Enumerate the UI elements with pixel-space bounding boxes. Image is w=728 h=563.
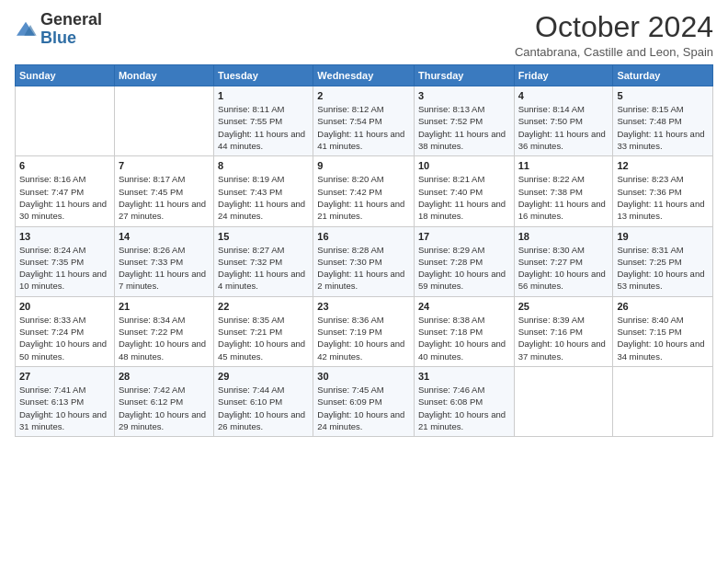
- day-info: Sunrise: 8:14 AMSunset: 7:50 PMDaylight:…: [518, 103, 609, 152]
- location-subtitle: Cantabrana, Castille and Leon, Spain: [515, 45, 713, 59]
- day-number: 17: [418, 231, 510, 242]
- day-info: Sunrise: 8:29 AMSunset: 7:28 PMDaylight:…: [418, 244, 510, 293]
- day-info: Sunrise: 8:40 AMSunset: 7:15 PMDaylight:…: [617, 314, 709, 362]
- day-number: 13: [19, 231, 110, 242]
- logo: General Blue: [15, 11, 102, 48]
- day-info: Sunrise: 8:35 AMSunset: 7:21 PMDaylight:…: [218, 314, 309, 362]
- col-monday: Monday: [114, 65, 213, 86]
- table-row: 31Sunrise: 7:46 AMSunset: 6:08 PMDayligh…: [414, 366, 514, 436]
- table-row: 13Sunrise: 8:24 AMSunset: 7:35 PMDayligh…: [16, 226, 115, 296]
- day-number: 9: [317, 160, 410, 171]
- table-row: 26Sunrise: 8:40 AMSunset: 7:15 PMDayligh…: [613, 296, 713, 366]
- day-info: Sunrise: 8:11 AMSunset: 7:55 PMDaylight:…: [218, 103, 309, 152]
- table-row: [16, 86, 115, 156]
- table-row: 24Sunrise: 8:38 AMSunset: 7:18 PMDayligh…: [414, 296, 514, 366]
- table-row: 25Sunrise: 8:39 AMSunset: 7:16 PMDayligh…: [514, 296, 613, 366]
- table-row: 11Sunrise: 8:22 AMSunset: 7:38 PMDayligh…: [514, 156, 613, 226]
- day-number: 10: [418, 160, 510, 171]
- day-info: Sunrise: 8:13 AMSunset: 7:52 PMDaylight:…: [418, 103, 510, 152]
- day-info: Sunrise: 8:12 AMSunset: 7:54 PMDaylight:…: [317, 103, 410, 152]
- col-wednesday: Wednesday: [313, 65, 415, 86]
- table-row: 21Sunrise: 8:34 AMSunset: 7:22 PMDayligh…: [114, 296, 213, 366]
- day-number: 29: [218, 371, 309, 382]
- day-number: 15: [218, 231, 309, 242]
- table-row: 29Sunrise: 7:44 AMSunset: 6:10 PMDayligh…: [214, 366, 313, 436]
- day-info: Sunrise: 8:26 AMSunset: 7:33 PMDaylight:…: [119, 244, 210, 293]
- logo-general-text: General: [40, 10, 102, 29]
- header: General Blue October 2024 Cantabrana, Ca…: [15, 11, 713, 59]
- day-info: Sunrise: 8:17 AMSunset: 7:45 PMDaylight:…: [119, 173, 210, 222]
- table-row: 16Sunrise: 8:28 AMSunset: 7:30 PMDayligh…: [313, 226, 415, 296]
- day-number: 18: [518, 231, 609, 242]
- day-info: Sunrise: 8:34 AMSunset: 7:22 PMDaylight:…: [119, 314, 210, 362]
- table-row: [114, 86, 213, 156]
- day-number: 31: [418, 371, 510, 382]
- table-row: 5Sunrise: 8:15 AMSunset: 7:48 PMDaylight…: [613, 86, 713, 156]
- day-info: Sunrise: 8:27 AMSunset: 7:32 PMDaylight:…: [218, 244, 309, 293]
- day-number: 14: [119, 231, 210, 242]
- table-row: 20Sunrise: 8:33 AMSunset: 7:24 PMDayligh…: [16, 296, 115, 366]
- table-row: [514, 366, 613, 436]
- table-row: [613, 366, 713, 436]
- day-number: 27: [19, 371, 110, 382]
- table-row: 27Sunrise: 7:41 AMSunset: 6:13 PMDayligh…: [16, 366, 115, 436]
- day-number: 16: [317, 231, 410, 242]
- day-number: 1: [218, 90, 309, 101]
- day-number: 30: [317, 371, 410, 382]
- table-row: 3Sunrise: 8:13 AMSunset: 7:52 PMDaylight…: [414, 86, 514, 156]
- table-row: 18Sunrise: 8:30 AMSunset: 7:27 PMDayligh…: [514, 226, 613, 296]
- col-sunday: Sunday: [16, 65, 115, 86]
- day-info: Sunrise: 8:33 AMSunset: 7:24 PMDaylight:…: [19, 314, 110, 362]
- logo-icon: [15, 20, 37, 39]
- day-info: Sunrise: 8:23 AMSunset: 7:36 PMDaylight:…: [617, 173, 709, 222]
- day-number: 5: [617, 90, 709, 101]
- day-number: 8: [218, 160, 309, 171]
- day-info: Sunrise: 7:42 AMSunset: 6:12 PMDaylight:…: [119, 384, 210, 432]
- day-number: 2: [317, 90, 410, 101]
- day-number: 6: [19, 160, 110, 171]
- day-info: Sunrise: 8:15 AMSunset: 7:48 PMDaylight:…: [617, 103, 709, 152]
- day-number: 24: [418, 301, 510, 312]
- table-row: 4Sunrise: 8:14 AMSunset: 7:50 PMDaylight…: [514, 86, 613, 156]
- table-row: 15Sunrise: 8:27 AMSunset: 7:32 PMDayligh…: [214, 226, 313, 296]
- day-info: Sunrise: 8:16 AMSunset: 7:47 PMDaylight:…: [19, 173, 110, 222]
- table-row: 7Sunrise: 8:17 AMSunset: 7:45 PMDaylight…: [114, 156, 213, 226]
- day-info: Sunrise: 8:31 AMSunset: 7:25 PMDaylight:…: [617, 244, 709, 293]
- table-row: 10Sunrise: 8:21 AMSunset: 7:40 PMDayligh…: [414, 156, 514, 226]
- calendar-table: Sunday Monday Tuesday Wednesday Thursday…: [15, 64, 713, 437]
- day-number: 20: [19, 301, 110, 312]
- table-row: 17Sunrise: 8:29 AMSunset: 7:28 PMDayligh…: [414, 226, 514, 296]
- calendar-header-row: Sunday Monday Tuesday Wednesday Thursday…: [16, 65, 713, 86]
- day-number: 12: [617, 160, 709, 171]
- day-info: Sunrise: 8:28 AMSunset: 7:30 PMDaylight:…: [317, 244, 410, 293]
- day-number: 26: [617, 301, 709, 312]
- table-row: 22Sunrise: 8:35 AMSunset: 7:21 PMDayligh…: [214, 296, 313, 366]
- table-row: 9Sunrise: 8:20 AMSunset: 7:42 PMDaylight…: [313, 156, 415, 226]
- day-number: 25: [518, 301, 609, 312]
- day-info: Sunrise: 8:39 AMSunset: 7:16 PMDaylight:…: [518, 314, 609, 362]
- calendar-page: General Blue October 2024 Cantabrana, Ca…: [0, 0, 728, 563]
- table-row: 12Sunrise: 8:23 AMSunset: 7:36 PMDayligh…: [613, 156, 713, 226]
- col-tuesday: Tuesday: [214, 65, 313, 86]
- day-number: 3: [418, 90, 510, 101]
- day-number: 28: [119, 371, 210, 382]
- day-info: Sunrise: 8:21 AMSunset: 7:40 PMDaylight:…: [418, 173, 510, 222]
- day-info: Sunrise: 8:30 AMSunset: 7:27 PMDaylight:…: [518, 244, 609, 293]
- day-info: Sunrise: 8:36 AMSunset: 7:19 PMDaylight:…: [317, 314, 410, 362]
- logo-blue-text: Blue: [40, 29, 76, 47]
- day-info: Sunrise: 8:19 AMSunset: 7:43 PMDaylight:…: [218, 173, 309, 222]
- title-block: October 2024 Cantabrana, Castille and Le…: [515, 11, 713, 59]
- table-row: 1Sunrise: 8:11 AMSunset: 7:55 PMDaylight…: [214, 86, 313, 156]
- day-info: Sunrise: 7:41 AMSunset: 6:13 PMDaylight:…: [19, 384, 110, 432]
- day-info: Sunrise: 7:45 AMSunset: 6:09 PMDaylight:…: [317, 384, 410, 432]
- table-row: 23Sunrise: 8:36 AMSunset: 7:19 PMDayligh…: [313, 296, 415, 366]
- table-row: 30Sunrise: 7:45 AMSunset: 6:09 PMDayligh…: [313, 366, 415, 436]
- day-info: Sunrise: 7:44 AMSunset: 6:10 PMDaylight:…: [218, 384, 309, 432]
- day-info: Sunrise: 7:46 AMSunset: 6:08 PMDaylight:…: [418, 384, 510, 432]
- table-row: 2Sunrise: 8:12 AMSunset: 7:54 PMDaylight…: [313, 86, 415, 156]
- day-info: Sunrise: 8:20 AMSunset: 7:42 PMDaylight:…: [317, 173, 410, 222]
- col-thursday: Thursday: [414, 65, 514, 86]
- table-row: 28Sunrise: 7:42 AMSunset: 6:12 PMDayligh…: [114, 366, 213, 436]
- day-number: 19: [617, 231, 709, 242]
- table-row: 8Sunrise: 8:19 AMSunset: 7:43 PMDaylight…: [214, 156, 313, 226]
